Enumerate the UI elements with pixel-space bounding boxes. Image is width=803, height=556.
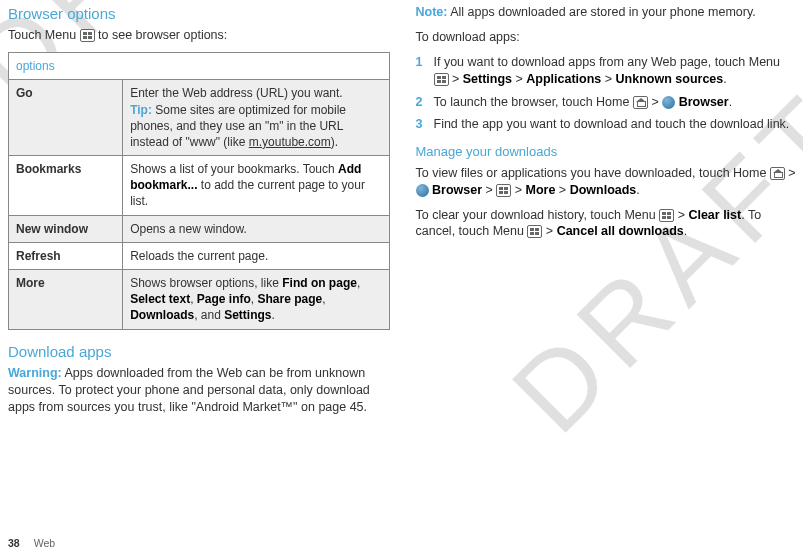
note-para: Note: All apps downloaded are stored in … [416,4,798,21]
home-icon [633,96,648,109]
row-bold: Downloads [130,308,194,322]
step-bold: Unknown sources [616,72,724,86]
row-label: More [9,270,123,330]
page-footer: 38Web [8,536,55,550]
clear-downloads-para: To clear your download history, touch Me… [416,207,798,241]
row-desc: Shows a list of your bookmarks. Touch Ad… [123,156,389,216]
browser-options-heading: Browser options [8,4,390,24]
list-item: To launch the browser, touch Home > Brow… [416,94,798,111]
view-downloads-para: To view files or applications you have d… [416,165,798,199]
row-text: Shows browser options, like [130,276,282,290]
tip-close: ). [331,135,338,149]
row-bold: Find on page [282,276,357,290]
clear-text: To clear your download history, touch Me… [416,208,660,222]
page-number: 38 [8,537,20,549]
left-column: Browser options Touch Menu to see browse… [8,4,390,530]
intro-pre: Touch Menu [8,28,80,42]
row-desc: Enter the Web address (URL) you want. Ti… [123,80,389,156]
step-text: Find the app you want to download and to… [434,117,790,131]
step-bold: Settings [463,72,512,86]
row-label: New window [9,215,123,242]
download-steps: If you want to download apps from any We… [416,54,798,134]
row-desc: Shows browser options, like Find on page… [123,270,389,330]
menu-icon [496,184,511,197]
note-label: Note: [416,5,448,19]
clear-bold: Cancel all downloads [557,224,684,238]
table-header: options [9,53,390,80]
view-bold: Downloads [570,183,637,197]
globe-icon [416,184,429,197]
list-item: Find the app you want to download and to… [416,116,798,133]
note-text: All apps downloaded are stored in your p… [447,5,755,19]
menu-icon [80,29,95,42]
right-column: Note: All apps downloaded are stored in … [416,4,798,530]
row-desc: Opens a new window. [123,215,389,242]
download-apps-heading: Download apps [8,342,390,362]
menu-icon [434,73,449,86]
home-icon [770,167,785,180]
options-table: options Go Enter the Web address (URL) y… [8,52,390,329]
row-text: Shows a list of your bookmarks. Touch [130,162,338,176]
row-bold: Page info [197,292,251,306]
step-text: If you want to download apps from any We… [434,55,781,69]
row-desc: Reloads the current page. [123,242,389,269]
to-download-line: To download apps: [416,29,798,46]
step-bold: Applications [526,72,601,86]
globe-icon [662,96,675,109]
section-name: Web [34,537,55,549]
menu-icon [659,209,674,222]
row-label: Bookmarks [9,156,123,216]
warning-label: Warning: [8,366,62,380]
step-bold: Browser [679,95,729,109]
manage-downloads-heading: Manage your downloads [416,143,798,161]
table-row: New window Opens a new window. [9,215,390,242]
clear-bold: Clear list [688,208,741,222]
tip-label: Tip: [130,103,152,117]
row-label: Refresh [9,242,123,269]
menu-icon [527,225,542,238]
table-row: More Shows browser options, like Find on… [9,270,390,330]
row-text: Enter the Web address (URL) you want. [130,86,343,100]
table-row: Bookmarks Shows a list of your bookmarks… [9,156,390,216]
warning-para: Warning: Apps downloaded from the Web ca… [8,365,390,416]
step-text: To launch the browser, touch Home [434,95,633,109]
row-bold: Settings [224,308,271,322]
intro-line: Touch Menu to see browser options: [8,27,390,44]
intro-post: to see browser options: [95,28,228,42]
row-label: Go [9,80,123,156]
row-bold: Share page [258,292,323,306]
warning-text: Apps downloaded from the Web can be from… [8,366,370,414]
view-text: To view files or applications you have d… [416,166,770,180]
view-bold: More [526,183,556,197]
list-item: If you want to download apps from any We… [416,54,798,88]
row-bold: Select text [130,292,190,306]
tip-link: m.youtube.com [249,135,331,149]
table-row: Go Enter the Web address (URL) you want.… [9,80,390,156]
table-row: Refresh Reloads the current page. [9,242,390,269]
view-bold: Browser [432,183,482,197]
